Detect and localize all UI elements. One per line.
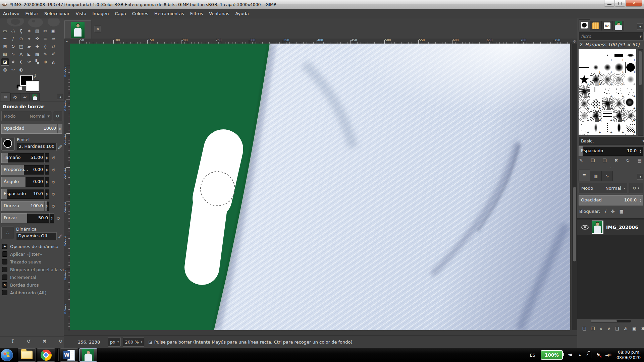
menu-item-ventanas[interactable]: Ventanas <box>206 9 232 18</box>
swap-colors-icon[interactable]: ⤸ <box>34 73 36 78</box>
open-brush-as-image-button[interactable]: ▤ <box>638 158 642 163</box>
reset-tool-options-button[interactable]: ↻ <box>58 339 62 344</box>
brush-thumb[interactable] <box>579 122 590 134</box>
tab-tool-options[interactable]: ▭ <box>1 93 10 101</box>
default-colors-icon[interactable] <box>17 85 21 89</box>
brush-thumb[interactable] <box>590 61 601 73</box>
checkbox-bordes-duros[interactable]: ✕Bordes duros <box>2 282 64 288</box>
brush-thumb[interactable] <box>613 110 625 122</box>
brush-thumb[interactable] <box>613 134 625 135</box>
tool-airbrush[interactable]: ✵ <box>9 58 17 66</box>
tool-blur-sharpen[interactable]: ◍ <box>1 66 9 73</box>
slider-opacidad[interactable]: Opacidad100.0▲▼ <box>579 195 643 205</box>
dock-drag-handle[interactable]: · · · <box>577 166 644 170</box>
lower-layer-button[interactable]: ∨ <box>607 326 610 331</box>
collapse-dock-icon[interactable]: ◂ <box>637 23 643 29</box>
dynamics-options-expander[interactable]: + Opciones de dinámica <box>2 244 64 249</box>
tab-image[interactable] <box>613 21 624 31</box>
slider-proporci[interactable]: Proporció...0.00▲▼ <box>1 165 49 175</box>
tab-patterns[interactable] <box>590 21 601 31</box>
slider-dureza[interactable]: Dureza100.0▲▼ <box>1 201 49 211</box>
brush-name-entry[interactable]: 2. Hardness 100 <box>17 143 57 151</box>
battery-tray-icon[interactable] <box>587 352 591 358</box>
brush-thumb[interactable] <box>613 98 625 110</box>
tool-eraser[interactable]: ◪ <box>1 58 9 66</box>
brush-thumb[interactable] <box>590 49 601 61</box>
tool-dodge-burn[interactable]: ◐ <box>17 66 25 73</box>
brush-grid-scrollbar-thumb[interactable] <box>639 51 642 85</box>
layer-row[interactable]: IMG_202006 <box>577 220 644 235</box>
brush-thumb[interactable] <box>590 73 601 85</box>
menu-item-filtros[interactable]: Filtros <box>187 9 206 18</box>
reset-mode-button[interactable]: ↺ <box>53 111 62 121</box>
slider-espaciado[interactable]: Espaciado10.0▲▼ <box>579 146 643 156</box>
spin-down-icon[interactable]: ▼ <box>46 194 48 196</box>
tool-unified-transform[interactable]: ⊞ <box>1 43 9 50</box>
brush-grid-scrollbar[interactable] <box>638 49 643 136</box>
tab-brushes[interactable] <box>579 19 590 31</box>
brush-filter-input[interactable]: filtro ▾ <box>579 32 644 41</box>
delete-brush-button[interactable]: ✖ <box>614 158 618 163</box>
tab-fonts[interactable]: Aa <box>601 21 613 31</box>
save-tool-preset-button[interactable]: ↧ <box>11 339 15 344</box>
brush-thumb[interactable] <box>602 110 613 122</box>
tool-heal[interactable]: ⊕ <box>41 58 49 66</box>
spinner[interactable]: ▲▼ <box>44 153 49 163</box>
new-layer-group-button[interactable]: ❐ <box>591 326 595 331</box>
tool-pencil[interactable]: ✎ <box>41 50 49 58</box>
tool-crop[interactable]: ▱ <box>49 35 57 43</box>
new-layer-button[interactable]: ❏ <box>582 326 586 331</box>
edit-dynamics-icon[interactable]: 🖉 <box>58 234 62 239</box>
brush-thumb[interactable] <box>590 85 601 98</box>
duplicate-brush-button[interactable]: ❑ <box>603 158 607 163</box>
menu-item-archivo[interactable]: Archivo <box>0 9 22 18</box>
tool-cage-transform[interactable]: ▧ <box>1 50 9 58</box>
tool-flip[interactable]: ⇄ <box>49 43 57 50</box>
reset-tama-o-button[interactable]: ↺ <box>49 153 57 163</box>
brush-thumb[interactable] <box>602 49 613 61</box>
slider-espaciado[interactable]: Espaciado10.0▲▼ <box>1 189 49 199</box>
link-proporci-icon[interactable] <box>57 165 62 175</box>
image-tab[interactable] <box>64 20 91 39</box>
brush-thumb[interactable] <box>613 73 625 85</box>
tool-color-picker[interactable]: ∕ <box>9 35 17 43</box>
dynamics-preview[interactable]: ∴ <box>1 227 14 239</box>
spinner[interactable]: ▲▼ <box>44 165 49 175</box>
edit-brush-button[interactable]: ✎ <box>579 158 583 163</box>
brush-thumb[interactable] <box>625 122 636 134</box>
tool-ellipse-select[interactable]: ◌ <box>9 27 17 35</box>
lock-position-icon[interactable]: ✜ <box>611 209 615 214</box>
brush-thumb[interactable] <box>625 73 636 85</box>
tab-paths[interactable]: ∿ <box>601 171 613 181</box>
refresh-brushes-button[interactable]: ↻ <box>626 158 630 163</box>
tool-clone[interactable]: ▚ <box>33 58 41 66</box>
tool-bucket-fill[interactable]: ◣ <box>25 50 33 58</box>
spinner[interactable]: ▲▼ <box>44 177 49 187</box>
tool-ink[interactable]: ❨ <box>17 58 25 66</box>
tool-rotate[interactable]: ↻ <box>9 43 17 50</box>
delete-layer-button[interactable]: ✖ <box>641 326 644 331</box>
unit-dropdown[interactable]: px ▾ <box>108 337 121 347</box>
layer-mode-reset-button[interactable]: ↺ ▾ <box>629 183 643 193</box>
brush-collection-dropdown[interactable]: Basic, ▾ <box>579 136 644 145</box>
taskbar-word-button[interactable]: W <box>60 348 78 362</box>
spinner[interactable]: ▲▼ <box>57 124 62 133</box>
taskbar-gimp-button[interactable] <box>79 348 97 362</box>
tool-measure[interactable]: ⌖ <box>25 35 33 43</box>
checkbox-antiborrado-alt[interactable]: Antiborrado (Alt) <box>2 290 64 295</box>
brush-preview[interactable] <box>1 137 15 150</box>
brush-thumb[interactable] <box>579 85 590 98</box>
collapse-dock-icon[interactable]: ◂ <box>57 94 63 100</box>
link-ngulo-icon[interactable] <box>57 177 62 187</box>
spinner[interactable]: ▲▼ <box>638 196 643 205</box>
menu-item-ayuda[interactable]: Ayuda <box>232 9 252 18</box>
lock-alpha-icon[interactable]: ▦ <box>620 209 624 214</box>
tool-gradient[interactable]: ▩ <box>33 50 41 58</box>
menu-item-herramientas[interactable]: Herramientas <box>151 9 187 18</box>
background-color-swatch[interactable] <box>26 81 39 91</box>
reset-espaciado-button[interactable]: ↺ <box>49 189 57 199</box>
volume-speaker-icon[interactable]: ◄ <box>605 352 611 358</box>
brush-thumb[interactable] <box>579 73 590 85</box>
brush-thumb[interactable] <box>602 122 613 134</box>
taskbar-chrome-button[interactable] <box>37 348 55 362</box>
